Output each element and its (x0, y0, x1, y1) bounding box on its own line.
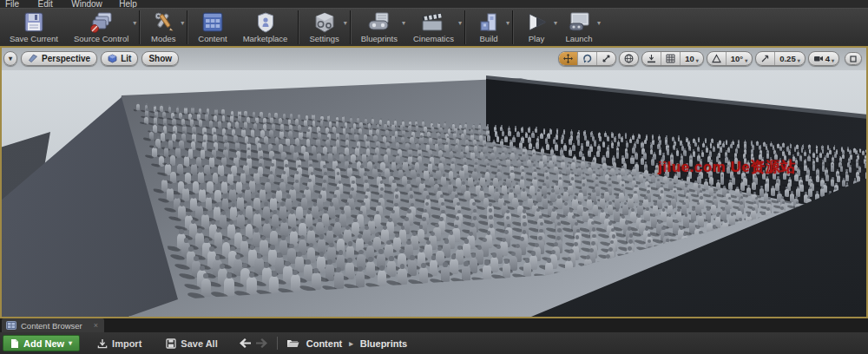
grid-snap-value[interactable]: 10▾ (680, 52, 703, 65)
crowd-figure (245, 189, 251, 201)
build-dropdown-icon[interactable]: ▾ (506, 19, 510, 27)
crowd-figure (636, 139, 639, 144)
crowd-figure (529, 186, 535, 196)
crowd-figure (220, 214, 227, 229)
crowd-figure (415, 162, 419, 171)
crowd-figure (688, 146, 691, 151)
content-browser-toolbar: Add New ▾ Import Save All Content ▸ Blue… (0, 332, 868, 354)
cinematics-dropdown-icon[interactable]: ▾ (458, 19, 462, 27)
crowd-figure (312, 121, 316, 127)
crowd-figure (227, 174, 233, 185)
cinematics-button[interactable]: Cinematics ▾ (405, 9, 462, 46)
world-coordinate-button[interactable] (620, 52, 638, 65)
launch-dropdown-icon[interactable]: ▾ (597, 19, 601, 27)
scale-snap-toggle[interactable] (756, 52, 774, 65)
bottom-tab-bar: Content Browser × (0, 318, 868, 332)
crowd-figure (253, 112, 255, 118)
marketplace-button[interactable]: Marketplace (235, 9, 296, 46)
rotate-tool-button[interactable] (577, 52, 596, 65)
crowd-figure (263, 206, 270, 220)
rotation-snap-toggle[interactable] (707, 52, 726, 65)
crowd-figure (837, 175, 840, 182)
breadcrumb-chevron-icon: ▸ (349, 339, 353, 348)
crowd-figure (326, 264, 334, 281)
crowd-figure (820, 188, 825, 196)
crowd-figure (288, 213, 295, 227)
crowd-figure (334, 272, 344, 289)
crowd-figure (523, 262, 531, 278)
view-mode-button[interactable]: Lit (101, 51, 138, 66)
crowd-figure (812, 153, 815, 158)
crowd-figure (549, 161, 553, 168)
content-browser-tab[interactable]: Content Browser × (2, 318, 104, 332)
move-tool-button[interactable] (559, 52, 577, 65)
breadcrumb-content[interactable]: Content (306, 338, 343, 349)
crowd-figure (554, 167, 558, 175)
settings-button[interactable]: Settings ▾ (301, 9, 346, 46)
menu-edit[interactable]: Edit (38, 0, 53, 8)
close-icon[interactable]: × (94, 321, 98, 330)
crowd-figure (182, 188, 189, 201)
scale-snap-value[interactable]: 0.25▾ (774, 52, 805, 65)
crowd-figure (430, 259, 438, 276)
play-button[interactable]: Play ▾ (516, 9, 557, 46)
crowd-figure (435, 143, 438, 150)
launch-icon (565, 10, 593, 34)
marketplace-icon (253, 10, 278, 34)
crowd-figure (235, 121, 239, 128)
show-flags-button[interactable]: Show (141, 51, 179, 66)
save-all-button[interactable]: Save All (157, 338, 226, 349)
launch-button[interactable]: Launch ▾ (557, 9, 601, 46)
forward-arrow-button[interactable] (256, 338, 268, 348)
crowd-figure (693, 151, 695, 157)
crowd-figure (606, 151, 609, 158)
blueprints-button[interactable]: Blueprints ▾ (353, 9, 405, 46)
content-label: Content (198, 34, 227, 43)
camera-speed-button[interactable]: 4▾ (809, 52, 838, 65)
menu-window[interactable]: Window (71, 0, 102, 8)
crowd-figure (260, 239, 268, 255)
viewport-options-button[interactable]: ▾ (3, 51, 17, 66)
crowd-figure (552, 155, 556, 162)
menu-file[interactable]: File (5, 0, 19, 8)
crowd-figure (372, 119, 374, 124)
content-button[interactable]: Content (190, 9, 234, 46)
breadcrumb-blueprints[interactable]: Blueprints (360, 338, 407, 349)
modes-dropdown-icon[interactable]: ▾ (181, 19, 184, 27)
modes-button[interactable]: Modes ▾ (142, 9, 184, 46)
menu-help[interactable]: Help (119, 0, 137, 8)
rotation-snap-value[interactable]: 10°▾ (726, 52, 752, 65)
settings-dropdown-icon[interactable]: ▾ (344, 19, 347, 27)
source-control-button[interactable]: Source Control ▾ (66, 9, 136, 46)
toolbar-separator (298, 10, 299, 44)
surface-snap-button[interactable] (642, 52, 661, 65)
save-current-button[interactable]: Save Current (2, 9, 66, 46)
crowd-figure (571, 162, 575, 170)
crowd-figure (480, 177, 485, 187)
toolbar-separator (277, 337, 278, 350)
scale-snap-icon (760, 54, 770, 63)
crowd-figure (265, 182, 271, 193)
crowd-figure (556, 198, 562, 209)
level-viewport[interactable]: jilue.com Ue资源站 ▾ Perspective Lit Show (0, 48, 868, 317)
grid-snap-toggle[interactable] (661, 52, 680, 65)
scale-tool-button[interactable] (596, 52, 615, 65)
crowd-figure (782, 143, 784, 148)
main-toolbar: Save Current Source Control ▾ Modes ▾ Co… (0, 8, 868, 46)
crowd-figure (376, 129, 379, 135)
breadcrumb: Content ▸ Blueprints (286, 338, 407, 349)
camera-mode-button[interactable]: Perspective (21, 51, 97, 66)
crowd-figure (443, 243, 450, 258)
maximize-viewport-button[interactable] (845, 52, 862, 65)
back-arrow-button[interactable] (239, 338, 251, 348)
chevron-down-icon: ▾ (9, 55, 12, 62)
import-button[interactable]: Import (89, 338, 150, 349)
crowd-figure (819, 153, 822, 158)
crowd-figure (796, 188, 800, 197)
build-button[interactable]: Build ▾ (468, 9, 510, 46)
crowd-figure (555, 144, 558, 150)
source-control-dropdown-icon[interactable]: ▾ (133, 19, 136, 27)
crowd-figure (599, 168, 603, 176)
add-new-button[interactable]: Add New ▾ (3, 335, 80, 351)
build-icon (476, 10, 502, 34)
